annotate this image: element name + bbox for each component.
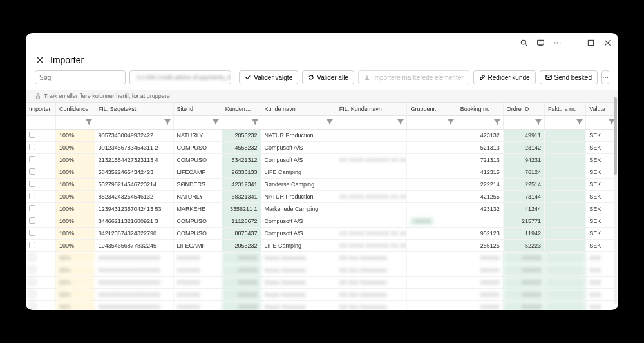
kunden-cell: 68321341 — [222, 190, 261, 202]
filter-fakturanr[interactable] — [546, 117, 576, 128]
checkbox-cell[interactable] — [26, 178, 55, 190]
checkbox-cell[interactable] — [26, 215, 55, 227]
confidence-cell: 100% — [55, 129, 95, 141]
checkbox-cell[interactable] — [26, 190, 55, 202]
ordreid-cell: 23142 — [503, 141, 544, 153]
bookingnr-cell: 952123 — [457, 227, 503, 239]
ellipsis-icon — [602, 74, 609, 81]
siteid-cell: NATURLY — [173, 129, 222, 141]
app-window: Importer CA 006 Credit advice of payment… — [26, 33, 618, 310]
table-row: 99%XXXXXXXXXXXXXXXXXXXXXXXXXXXXxxxx Xxxx… — [26, 251, 618, 264]
filter-gruppenr[interactable] — [408, 117, 447, 128]
checkbox-cell[interactable] — [26, 141, 55, 153]
col-fakturanr[interactable]: Faktura nr. — [544, 103, 585, 115]
filter-valuta[interactable] — [587, 117, 609, 128]
table-row[interactable]: 100%34466211321680921 3COMPUSO11126672Co… — [26, 215, 618, 227]
importere-button: Importere markerede elementer — [358, 70, 469, 84]
funnel-icon[interactable] — [327, 119, 333, 126]
svg-point-5 — [556, 42, 558, 43]
funnel-icon[interactable] — [252, 119, 258, 126]
funnel-icon[interactable] — [213, 119, 219, 126]
col-importer[interactable]: Importer — [26, 103, 55, 115]
funnel-icon[interactable] — [494, 119, 500, 126]
confidence-cell: 100% — [55, 153, 95, 166]
close-page-button[interactable] — [35, 55, 45, 65]
table-row[interactable]: 100%90573430049932422NATURLY2055232NATUR… — [26, 129, 618, 141]
table-row[interactable]: 100%58435224654342423LIFECAMP96333133LIF… — [26, 166, 618, 178]
mail-icon — [545, 74, 552, 81]
funnel-icon[interactable] — [86, 119, 92, 126]
send-besked-button[interactable]: Send besked — [540, 70, 598, 84]
table-row[interactable]: 100%842123674324322790COMPUSO8875437Comp… — [26, 227, 618, 239]
confidence-cell: 100% — [55, 190, 95, 202]
maximize-icon[interactable] — [586, 38, 595, 47]
download-icon — [364, 74, 370, 81]
col-bookingnr[interactable]: Booking nr. — [457, 103, 503, 115]
fakturanr-cell — [544, 215, 585, 227]
filter-ordreid[interactable] — [505, 117, 535, 128]
funnel-icon[interactable] — [448, 119, 454, 126]
search-input[interactable] — [35, 70, 126, 84]
gruppenr-cell: XXXX — [407, 215, 457, 227]
page-header: Importer — [26, 52, 618, 70]
checkbox-cell[interactable] — [26, 153, 55, 166]
more-icon[interactable] — [553, 38, 562, 47]
funnel-icon[interactable] — [397, 119, 404, 126]
filter-bookingnr[interactable] — [459, 117, 494, 128]
valider-valgte-button[interactable]: Valider valgte — [239, 70, 298, 84]
sogetekst-cell: 85234243254546132 — [95, 190, 173, 202]
table-row[interactable]: 100%85234243254546132NATURLY68321341NATU… — [26, 190, 618, 202]
siteid-cell: SØNDERS — [173, 178, 222, 190]
cast-icon[interactable] — [536, 38, 545, 47]
filter-siteid[interactable] — [175, 117, 213, 128]
checkbox-cell[interactable] — [26, 239, 55, 251]
ordreid-cell: 94231 — [503, 153, 544, 166]
kundenavn-cell: Compusoft A/S — [261, 215, 336, 227]
funnel-icon[interactable] — [576, 119, 583, 126]
filter-kundenavn[interactable] — [263, 117, 327, 128]
col-fil-kundenavn[interactable]: FIL: Kunde navn — [336, 103, 407, 115]
gruppenr-cell — [407, 153, 457, 166]
valider-alle-button[interactable]: Valider alle — [302, 70, 354, 84]
col-siteid[interactable]: Site Id — [173, 103, 222, 115]
minimize-icon[interactable] — [569, 38, 578, 47]
kundenavn-cell: Compusoft A/S — [261, 153, 336, 166]
kundenavn-cell: Sønderse Camping — [261, 178, 336, 190]
toolbar-more-button[interactable] — [601, 70, 609, 84]
checkbox-cell[interactable] — [26, 166, 55, 178]
svg-point-0 — [521, 40, 526, 44]
scrollbar-thumb[interactable] — [614, 97, 617, 175]
zoom-icon[interactable] — [519, 38, 528, 47]
table-row: 99%XXXXXXXXXXXXXXXXXXXXXXXXXXXXxxxx Xxxx… — [26, 288, 618, 300]
fil-kundenavn-cell: XX XXXX XXXXXX XX XX XX… — [336, 190, 407, 202]
col-gruppenr[interactable]: Gruppenr. — [407, 103, 457, 115]
file-chip-label: CA 006 Credit advice of payments_0762840… — [137, 74, 231, 81]
filter-kunden[interactable] — [223, 117, 252, 128]
funnel-icon[interactable] — [164, 119, 171, 126]
table-row[interactable]: 100%194354656877832245LIFECAMP2055232LIF… — [26, 239, 618, 251]
col-ordreid[interactable]: Ordre ID — [503, 103, 544, 115]
filter-fil-kundenavn[interactable] — [337, 117, 398, 128]
filter-confidence[interactable] — [57, 117, 86, 128]
table-row[interactable]: 100%12394312357042413 53MARKEHE3356211 1… — [26, 202, 618, 215]
checkbox-cell[interactable] — [26, 202, 55, 215]
col-kunden[interactable]: Kunden… — [222, 103, 261, 115]
file-chip[interactable]: CA 006 Credit advice of payments_0762840… — [129, 70, 231, 84]
table-row[interactable]: 100%532798214546723214SØNDERS42312341Søn… — [26, 178, 618, 190]
group-by-bar[interactable]: Træk en eller flere kolonner hertil, for… — [26, 90, 618, 103]
rediger-kunde-button[interactable]: Rediger kunde — [473, 70, 536, 84]
close-window-icon[interactable] — [603, 38, 612, 47]
col-sogetekst[interactable]: FIL: Søgetekst — [95, 103, 173, 115]
filter-sogetekst[interactable] — [97, 117, 164, 128]
table-row[interactable]: 100%21321554427323113 4COMPUSO53421312Co… — [26, 153, 618, 166]
confidence-cell: 100% — [55, 239, 95, 251]
col-confidence[interactable]: Confidence — [55, 103, 95, 115]
checkbox-cell[interactable] — [26, 227, 55, 239]
funnel-icon[interactable] — [535, 119, 542, 126]
svg-point-6 — [559, 42, 560, 43]
table-row[interactable]: 100%90123456783454311 2COMPUSO4555232Com… — [26, 141, 618, 153]
kundenavn-cell: Markehede Camping — [261, 202, 336, 215]
fil-kundenavn-cell — [336, 215, 407, 227]
checkbox-cell[interactable] — [26, 129, 55, 141]
col-kundenavn[interactable]: Kunde navn — [261, 103, 336, 115]
